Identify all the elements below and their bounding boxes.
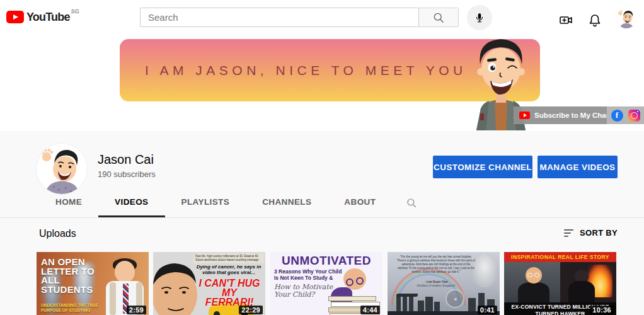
youtube-logo[interactable]: YouTube SG xyxy=(6,11,79,23)
youtube-channel-page: YouTube SG xyxy=(0,0,644,315)
banner-social-links: f xyxy=(607,106,644,124)
video-thumbnail-3[interactable]: UNMOTIVATED 3 Reasons Why Your Child Is … xyxy=(270,252,382,315)
youtube-wordmark: YouTube xyxy=(26,11,70,23)
account-avatar-image xyxy=(616,8,636,28)
customize-channel-button[interactable]: CUSTOMIZE CHANNEL xyxy=(433,156,532,178)
thumbnail-title-text: I CAN'T HUG MY FERRARI! xyxy=(197,278,262,307)
subscribe-button[interactable]: Subscribe to My Channel xyxy=(514,106,607,124)
thumbnail-headline-text: Dying of cancer, he says in video that g… xyxy=(194,265,263,276)
search-icon xyxy=(406,197,417,209)
cook-silhouette-art xyxy=(568,281,595,302)
thumbnail-kicker-text: Fast life, high society millionaire at 3… xyxy=(193,253,264,263)
subscribe-overlay: Subscribe to My Channel f xyxy=(514,106,644,124)
notifications-button[interactable] xyxy=(587,13,602,28)
sort-by-label: SORT BY xyxy=(580,228,618,238)
channel-search-button[interactable] xyxy=(392,188,431,217)
video-duration-badge: 10:36 xyxy=(590,306,614,314)
thumbnail-title-text: UNMOTIVATED xyxy=(270,254,382,268)
glasses-art xyxy=(534,273,539,277)
voice-search-button[interactable] xyxy=(467,5,492,30)
channel-name: Jason Cai xyxy=(98,152,154,167)
thumbnail-banner-text: INSPIRATIONAL REAL LIFE STORY xyxy=(504,252,616,262)
youtube-play-icon xyxy=(519,112,530,119)
channel-avatar[interactable] xyxy=(37,144,87,194)
singapore-flyer-art xyxy=(446,289,464,308)
sort-by-button[interactable]: SORT BY xyxy=(564,228,618,238)
glasses-art xyxy=(356,277,364,285)
tab-playlists[interactable]: PLAYLISTS xyxy=(165,188,246,217)
video-duration-badge: 2:59 xyxy=(127,306,146,314)
uploads-section-title: Uploads xyxy=(39,228,76,239)
quote-attribution-role: Architect of modern Singapore xyxy=(406,284,466,287)
tab-home[interactable]: HOME xyxy=(39,188,98,217)
tab-channels[interactable]: CHANNELS xyxy=(246,188,328,217)
channel-avatar-image xyxy=(37,144,87,194)
video-duration-badge: 0:41 xyxy=(478,306,497,314)
glasses-art xyxy=(527,273,532,277)
thumbnail-title-text: AN OPEN LETTER TO ALL STUDENTS xyxy=(41,258,104,294)
facebook-icon[interactable]: f xyxy=(611,110,623,122)
manage-videos-button[interactable]: MANAGE VIDEOS xyxy=(538,156,618,178)
tab-about[interactable]: ABOUT xyxy=(328,188,392,217)
region-code: SG xyxy=(71,8,79,14)
marina-bay-sands-art xyxy=(396,294,418,297)
search-input[interactable] xyxy=(140,8,419,27)
skyline-art xyxy=(418,301,424,312)
glasses-art xyxy=(346,278,354,286)
uploads-header-row: Uploads SORT BY xyxy=(0,218,644,252)
video-duration-badge: 4:44 xyxy=(360,306,380,314)
skyline-art xyxy=(396,295,401,312)
tab-videos[interactable]: VIDEOS xyxy=(98,188,164,217)
channel-header-section: Jason Cai 190 subscribers CUSTOMIZE CHAN… xyxy=(0,131,644,315)
banner-headline: I AM JASON, NICE TO MEET YOU xyxy=(145,39,467,101)
skyline-art xyxy=(425,297,433,312)
skyline-art xyxy=(409,295,413,312)
skyline-art xyxy=(403,295,407,312)
create-video-icon xyxy=(558,13,573,28)
account-avatar[interactable] xyxy=(616,8,636,28)
search-button[interactable] xyxy=(419,8,459,27)
video-thumbnail-1[interactable]: AN OPEN LETTER TO ALL STUDENTS UNDERSTAN… xyxy=(37,252,149,315)
search-icon xyxy=(432,11,445,24)
hawker-portrait-art xyxy=(518,282,549,302)
video-thumbnail-5[interactable]: INSPIRATIONAL REAL LIFE STORY EX-CONVICT… xyxy=(504,252,616,315)
search-bar xyxy=(140,8,459,27)
thumbnail-quote-text: "For the young let me tell you the sky h… xyxy=(396,255,476,274)
thumbnail-subtitle-text: UNDERSTANDING THE TRUE PURPOSE OF STUDYI… xyxy=(41,303,113,313)
mic-icon xyxy=(474,12,485,23)
subscriber-count: 190 subscribers xyxy=(98,169,156,179)
channel-tabs: HOME VIDEOS PLAYLISTS CHANNELS ABOUT xyxy=(0,188,644,218)
channel-banner[interactable]: I AM JASON, NICE TO MEET YOU xyxy=(0,35,644,131)
topbar-actions xyxy=(558,10,636,30)
thumbnail-line2-text: 3 Reasons Why Your Child Is Not Keen To … xyxy=(274,269,345,282)
notifications-bell-icon xyxy=(587,13,602,28)
sort-icon xyxy=(564,229,573,237)
video-thumbnail-4[interactable]: "For the young let me tell you the sky h… xyxy=(388,252,500,315)
quote-attribution: - Lee Kuan Yew xyxy=(406,280,466,284)
create-video-button[interactable] xyxy=(558,13,573,28)
youtube-play-icon xyxy=(6,11,24,23)
top-navigation-bar: YouTube SG xyxy=(0,0,644,35)
video-thumbnail-2[interactable]: Fast life, high society millionaire at 3… xyxy=(153,252,265,315)
skyline-art xyxy=(468,298,476,312)
video-duration-badge: 22:29 xyxy=(239,306,263,314)
instagram-icon[interactable] xyxy=(628,110,640,122)
skyline-art xyxy=(434,302,440,312)
